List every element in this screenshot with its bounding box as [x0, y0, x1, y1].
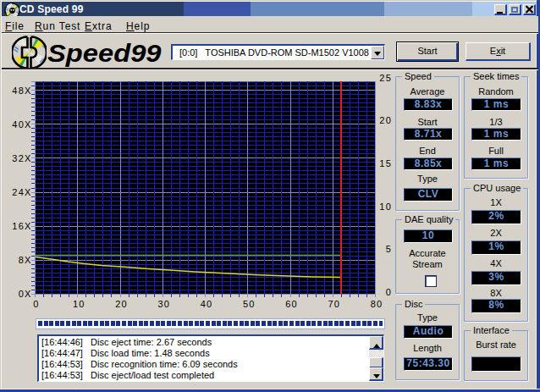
svg-text:15: 15	[379, 158, 392, 168]
svg-text:20: 20	[115, 299, 128, 309]
svg-text:10: 10	[379, 202, 392, 212]
svg-text:50: 50	[243, 299, 256, 309]
svg-text:10: 10	[73, 299, 85, 309]
svg-text:5: 5	[386, 244, 392, 254]
svg-text:30: 30	[157, 299, 170, 309]
svg-text:0: 0	[33, 299, 39, 309]
svg-text:24X: 24X	[12, 187, 31, 197]
svg-text:70: 70	[328, 299, 340, 309]
svg-text:0X: 0X	[19, 289, 32, 299]
svg-text:40X: 40X	[12, 119, 31, 130]
svg-text:40: 40	[201, 299, 213, 309]
svg-text:0: 0	[386, 287, 392, 297]
svg-text:16X: 16X	[12, 221, 31, 231]
svg-text:20: 20	[379, 115, 392, 125]
svg-text:48X: 48X	[12, 86, 31, 96]
svg-text:80: 80	[371, 299, 383, 309]
svg-text:60: 60	[285, 299, 298, 309]
svg-text:32X: 32X	[12, 153, 31, 163]
svg-text:25: 25	[379, 73, 392, 83]
svg-text:8X: 8X	[19, 255, 32, 265]
